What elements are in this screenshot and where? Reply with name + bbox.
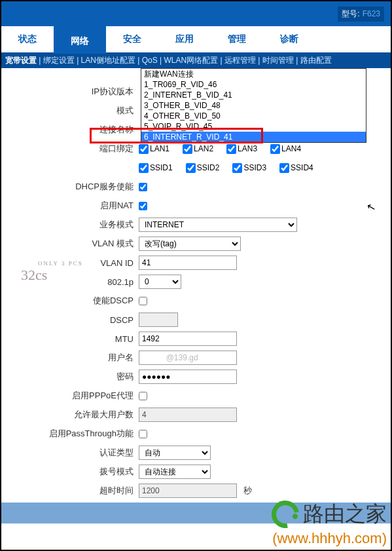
tab-network[interactable]: 网络: [54, 22, 106, 54]
model-badge: 型号:F623: [338, 7, 384, 22]
chk-lan2: LAN2: [183, 144, 213, 154]
brand-url: (www.hhhyh.com): [272, 530, 387, 547]
select-auth-type[interactable]: 自动: [139, 446, 211, 460]
dropdown-opt-1[interactable]: 1_TR069_R_VID_46: [141, 79, 366, 90]
subnav-time[interactable]: 时间管理: [262, 56, 294, 65]
dropdown-opt-6-selected[interactable]: 6_INTERNET_R_VID_41: [141, 132, 366, 142]
label-seconds: 秒: [243, 485, 252, 497]
tab-status[interactable]: 状态: [1, 33, 54, 45]
subnav-binding[interactable]: 绑定设置: [43, 56, 75, 65]
router-admin-page: 型号:F623 状态 网络 安全 应用 管理 诊断 宽带设置 | 绑定设置 | …: [0, 0, 392, 551]
label-ip-version: IP协议版本: [1, 86, 139, 98]
input-dscp: [139, 313, 178, 327]
label-dscp-en: 使能DSCP: [1, 295, 139, 307]
input-vlan-id[interactable]: [139, 256, 237, 270]
label-user: 用户名: [1, 352, 139, 364]
label-mtu: MTU: [1, 334, 139, 344]
label-port-bind: 端口绑定: [1, 143, 139, 155]
label-dhcp: DHCP服务使能: [1, 181, 139, 193]
main-tabs: 状态 网络 安全 应用 管理 诊断: [1, 26, 391, 52]
chk-lan1: LAN1: [139, 144, 169, 154]
label-pass: 密码: [1, 371, 139, 383]
chk-ssid4: SSID4: [279, 163, 313, 173]
subnav-wlan[interactable]: WLAN网络配置: [164, 56, 219, 65]
label-auth-type: 认证类型: [1, 447, 139, 459]
chk-passthrough[interactable]: [139, 430, 147, 438]
label-passthrough: 启用PassThrough功能: [1, 428, 139, 440]
chk-ssid2: SSID2: [186, 163, 220, 173]
chk-ssid1: SSID1: [139, 163, 173, 173]
chk-nat[interactable]: [139, 202, 147, 210]
label-nat: 启用NAT: [1, 200, 139, 212]
label-timeout: 超时时间: [1, 485, 139, 497]
brand-text: 路由之家: [303, 500, 387, 529]
label-dial-mode: 拨号模式: [1, 466, 139, 478]
subnav-route[interactable]: 路由配置: [300, 56, 332, 65]
subnav-broadband[interactable]: 宽带设置: [5, 56, 37, 65]
logo-c-icon: [266, 495, 304, 533]
select-vlan-mode[interactable]: 改写(tag): [139, 237, 241, 251]
connection-dropdown-open[interactable]: 新建WAN连接 1_TR069_R_VID_46 2_INTERNET_B_VI…: [141, 68, 366, 143]
label-dscp: DSCP: [1, 315, 139, 325]
dropdown-opt-5[interactable]: 5_VOIP_R_VID_45: [141, 121, 366, 132]
tab-diag[interactable]: 诊断: [263, 33, 315, 45]
tab-security[interactable]: 安全: [106, 33, 158, 45]
chk-lan4: LAN4: [270, 144, 301, 154]
label-vlan-id: VLAN ID: [1, 258, 139, 268]
chk-lan3: LAN3: [226, 144, 257, 154]
subnav-lan[interactable]: LAN侧地址配置: [81, 56, 135, 65]
select-dial-mode[interactable]: 自动连接: [139, 465, 211, 479]
chk-pppoe-proxy[interactable]: [139, 392, 147, 400]
tab-manage[interactable]: 管理: [211, 33, 263, 45]
input-username[interactable]: [139, 351, 237, 365]
dropdown-opt-2[interactable]: 2_INTERNET_B_VID_41: [141, 90, 366, 100]
dropdown-opt-4[interactable]: 4_OTHER_B_VID_50: [141, 111, 366, 121]
sub-nav: 宽带设置 | 绑定设置 | LAN侧地址配置 | QoS | WLAN网络配置 …: [1, 52, 391, 68]
select-8021p[interactable]: 0: [139, 275, 181, 289]
label-max-users: 允许最大用户数: [1, 409, 139, 421]
input-timeout: [139, 484, 237, 498]
label-svc-mode: 业务模式: [1, 219, 139, 231]
label-conn-name: 连接名称: [1, 124, 139, 136]
subnav-remote[interactable]: 远程管理: [224, 56, 256, 65]
label-vlan-mode: VLAN 模式: [1, 238, 139, 250]
chk-dhcp[interactable]: [139, 183, 147, 191]
label-8021p: 802.1p: [1, 277, 139, 287]
subnav-qos[interactable]: QoS: [142, 56, 158, 65]
site-branding: 路由之家 (www.hhhyh.com): [272, 500, 387, 547]
tab-app[interactable]: 应用: [158, 33, 211, 45]
input-mtu[interactable]: [139, 332, 237, 346]
form-area: 新建WAN连接 1_TR069_R_VID_46 2_INTERNET_B_VI…: [1, 68, 391, 500]
dropdown-opt-3[interactable]: 3_OTHER_B_VID_48: [141, 100, 366, 111]
input-max-users: [139, 408, 237, 422]
chk-dscp-en[interactable]: [139, 297, 147, 305]
select-svc-mode[interactable]: INTERNET: [139, 218, 297, 232]
label-pppoe-proxy: 启用PPPoE代理: [1, 390, 139, 402]
top-header: 型号:F623: [1, 1, 391, 26]
input-password[interactable]: [139, 370, 237, 384]
label-mode: 模式: [1, 105, 139, 117]
chk-ssid3: SSID3: [232, 163, 266, 173]
dropdown-opt-new[interactable]: 新建WAN连接: [141, 69, 366, 79]
